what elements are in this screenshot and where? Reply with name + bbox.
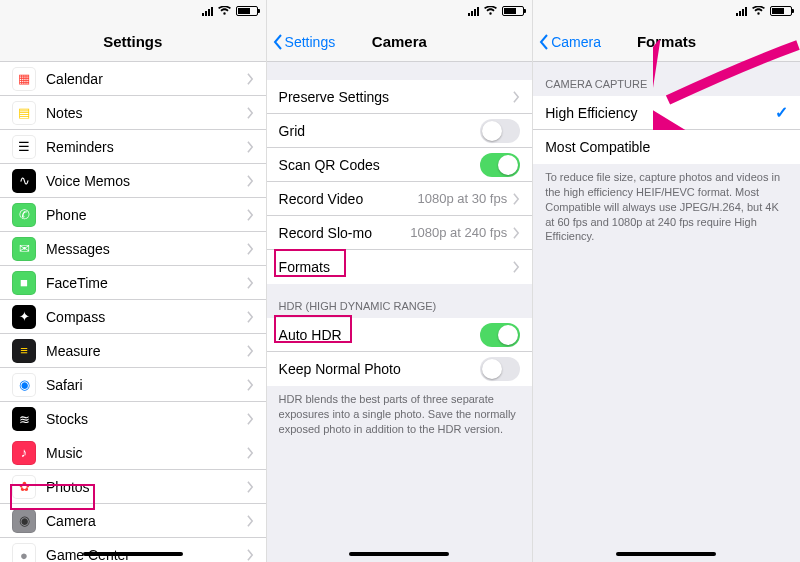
row-label: Voice Memos [46, 173, 247, 189]
settings-row-reminders[interactable]: ☰Reminders [0, 130, 266, 164]
app-icon: ≡ [12, 339, 36, 363]
formats-content[interactable]: CAMERA CAPTURE High Efficiency✓Most Comp… [533, 62, 800, 562]
formats-row-most-compatible[interactable]: Most Compatible [533, 130, 800, 164]
settings-row-calendar[interactable]: ▦Calendar [0, 62, 266, 96]
nav-bar: Camera Formats [533, 22, 800, 62]
chevron-left-icon [273, 34, 283, 50]
toggle[interactable] [480, 153, 520, 177]
status-bar [533, 0, 800, 22]
back-label: Camera [551, 34, 601, 50]
settings-row-camera[interactable]: ◉Camera [0, 504, 266, 538]
toggle[interactable] [480, 119, 520, 143]
row-label: Auto HDR [279, 327, 481, 343]
row-label: Messages [46, 241, 247, 257]
app-icon: ✆ [12, 203, 36, 227]
app-icon: ✿ [12, 475, 36, 499]
back-button[interactable]: Settings [273, 34, 336, 50]
row-label: Formats [279, 259, 514, 275]
formats-screen: Camera Formats CAMERA CAPTURE High Effic… [533, 0, 800, 562]
battery-icon [236, 6, 258, 16]
chevron-right-icon [247, 243, 254, 255]
app-icon: ● [12, 543, 36, 562]
hdr-footer: HDR blends the best parts of three separ… [267, 386, 533, 447]
row-label: Keep Normal Photo [279, 361, 481, 377]
settings-list[interactable]: ▦Calendar▤Notes☰Reminders∿Voice Memos✆Ph… [0, 62, 266, 562]
row-label: Measure [46, 343, 247, 359]
camera-row-scan-qr-codes[interactable]: Scan QR Codes [267, 148, 533, 182]
home-indicator[interactable] [616, 552, 716, 556]
toggle[interactable] [480, 323, 520, 347]
settings-row-facetime[interactable]: ■FaceTime [0, 266, 266, 300]
page-title: Camera [372, 33, 427, 50]
back-button[interactable]: Camera [539, 34, 601, 50]
chevron-right-icon [247, 209, 254, 221]
settings-row-music[interactable]: ♪Music [0, 436, 266, 470]
chevron-right-icon [247, 549, 254, 561]
row-label: Compass [46, 309, 247, 325]
settings-row-photos[interactable]: ✿Photos [0, 470, 266, 504]
settings-row-stocks[interactable]: ≋Stocks [0, 402, 266, 436]
app-icon: ■ [12, 271, 36, 295]
settings-row-compass[interactable]: ✦Compass [0, 300, 266, 334]
chevron-right-icon [513, 227, 520, 239]
chevron-right-icon [247, 311, 254, 323]
chevron-right-icon [247, 379, 254, 391]
app-icon: ◉ [12, 373, 36, 397]
status-bar [0, 0, 266, 22]
nav-bar: Settings [0, 22, 266, 62]
row-label: Phone [46, 207, 247, 223]
chevron-right-icon [247, 141, 254, 153]
toggle[interactable] [480, 357, 520, 381]
row-label: High Efficiency [545, 105, 775, 121]
settings-row-voice-memos[interactable]: ∿Voice Memos [0, 164, 266, 198]
chevron-right-icon [247, 277, 254, 289]
camera-row-preserve-settings[interactable]: Preserve Settings [267, 80, 533, 114]
capture-footer: To reduce file size, capture photos and … [533, 164, 800, 254]
formats-row-high-efficiency[interactable]: High Efficiency✓ [533, 96, 800, 130]
app-icon: ✦ [12, 305, 36, 329]
camera-row-record-video[interactable]: Record Video1080p at 30 fps [267, 182, 533, 216]
home-indicator[interactable] [83, 552, 183, 556]
camera-screen: Settings Camera Preserve SettingsGridSca… [267, 0, 534, 562]
signal-icon [202, 7, 213, 16]
row-detail: 1080p at 30 fps [418, 191, 508, 206]
settings-row-measure[interactable]: ≡Measure [0, 334, 266, 368]
home-indicator[interactable] [349, 552, 449, 556]
chevron-right-icon [247, 447, 254, 459]
settings-row-phone[interactable]: ✆Phone [0, 198, 266, 232]
chevron-right-icon [247, 175, 254, 187]
app-icon: ▤ [12, 101, 36, 125]
chevron-right-icon [247, 345, 254, 357]
camera-row-grid[interactable]: Grid [267, 114, 533, 148]
row-label: Scan QR Codes [279, 157, 481, 173]
chevron-right-icon [247, 515, 254, 527]
signal-icon [736, 7, 747, 16]
settings-screen: Settings ▦Calendar▤Notes☰Reminders∿Voice… [0, 0, 267, 562]
battery-icon [770, 6, 792, 16]
row-label: Calendar [46, 71, 247, 87]
app-icon: ∿ [12, 169, 36, 193]
camera-content[interactable]: Preserve SettingsGridScan QR CodesRecord… [267, 62, 533, 562]
row-label: Most Compatible [545, 139, 788, 155]
row-label: Photos [46, 479, 247, 495]
chevron-right-icon [247, 107, 254, 119]
row-label: FaceTime [46, 275, 247, 291]
page-title: Settings [103, 33, 162, 50]
app-icon: ☰ [12, 135, 36, 159]
chevron-right-icon [247, 73, 254, 85]
hdr-row-auto-hdr[interactable]: Auto HDR [267, 318, 533, 352]
row-label: Camera [46, 513, 247, 529]
status-bar [267, 0, 533, 22]
page-title: Formats [637, 33, 696, 50]
settings-row-notes[interactable]: ▤Notes [0, 96, 266, 130]
nav-bar: Settings Camera [267, 22, 533, 62]
camera-row-record-slo-mo[interactable]: Record Slo-mo1080p at 240 fps [267, 216, 533, 250]
row-label: Grid [279, 123, 481, 139]
settings-row-messages[interactable]: ✉Messages [0, 232, 266, 266]
settings-row-game-center[interactable]: ●Game Center [0, 538, 266, 562]
row-label: Preserve Settings [279, 89, 514, 105]
camera-row-formats[interactable]: Formats [267, 250, 533, 284]
hdr-row-keep-normal-photo[interactable]: Keep Normal Photo [267, 352, 533, 386]
app-icon: ▦ [12, 67, 36, 91]
settings-row-safari[interactable]: ◉Safari [0, 368, 266, 402]
